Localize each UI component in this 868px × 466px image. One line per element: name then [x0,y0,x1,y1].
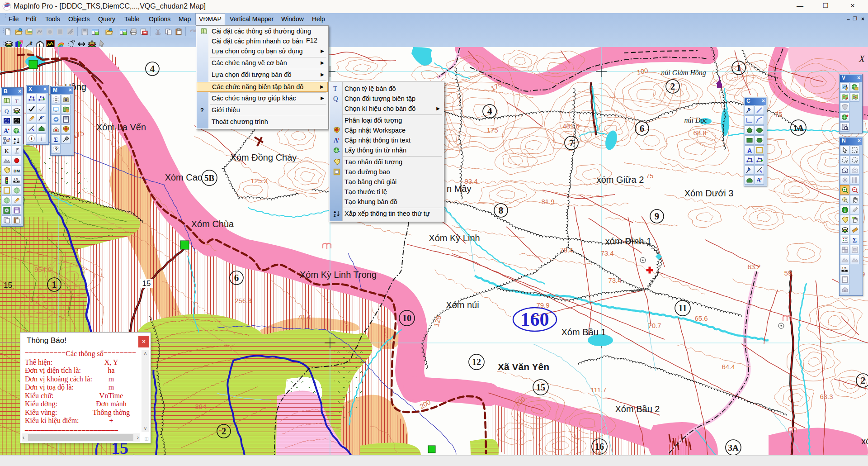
svg-text:7: 7 [569,138,574,148]
svg-text:n Mây: n Mây [447,184,471,194]
svg-text:125.3: 125.3 [250,177,268,185]
svg-text:15: 15 [536,382,545,392]
svg-text:15: 15 [142,279,151,288]
svg-text:394: 394 [195,403,206,410]
svg-text:75: 75 [775,110,783,118]
svg-text:xóm Đ: xóm Đ [861,436,868,446]
svg-text:68.8: 68.8 [693,129,706,137]
svg-text:Z: Z [334,214,336,217]
svg-text:12: 12 [472,357,481,367]
svg-text:70.7: 70.7 [648,322,661,329]
svg-text:Xóm Kỳ Linh Trong: Xóm Kỳ Linh Trong [300,270,377,280]
svg-text:5B: 5B [204,173,215,183]
svg-text:núi Dọc: núi Dọc [684,116,707,124]
svg-text:Xóm La Vến: Xóm La Vến [96,122,146,132]
svg-text:1: 1 [736,62,741,73]
svg-text:Σ: Σ [853,237,857,243]
svg-text:63.2: 63.2 [747,263,760,271]
svg-text:DM: DM [14,169,20,173]
svg-text:160: 160 [521,309,549,330]
svg-text:93.4: 93.4 [464,177,477,185]
svg-text:73.4: 73.4 [608,276,621,284]
svg-text:2: 2 [861,375,866,386]
svg-text:Xóm Kỳ Linh: Xóm Kỳ Linh [429,233,480,243]
svg-text:111.7: 111.7 [590,386,606,394]
svg-text:954.0: 954.0 [34,266,52,273]
svg-text:11: 11 [679,303,687,313]
svg-text:1: 1 [52,279,57,290]
svg-text:núi Giàm Hồng: núi Giàm Hồng [661,69,706,77]
svg-text:X: X [859,53,865,64]
svg-text:i: i [31,136,32,141]
svg-text:6: 6 [640,123,645,134]
svg-text:Xã Văn Yên: Xã Văn Yên [498,361,549,372]
svg-text:4: 4 [150,63,155,74]
svg-text:Xóm Bầu 1: Xóm Bầu 1 [561,327,606,337]
svg-text:8: 8 [499,205,504,216]
svg-text:2: 2 [670,81,675,92]
svg-text:79.9: 79.9 [536,301,549,309]
svg-text:Xóm Bầu 2: Xóm Bầu 2 [615,404,660,414]
svg-text:i: i [41,136,42,142]
svg-text:2: 2 [222,426,226,437]
svg-text:75: 75 [646,172,654,180]
svg-text:65.6: 65.6 [694,314,708,322]
svg-text:A: A [334,137,339,144]
svg-text:Σ: Σ [54,136,58,143]
svg-text:6: 6 [234,272,239,283]
svg-text:i: i [844,207,845,213]
svg-text:78.4: 78.4 [297,313,310,321]
svg-text:63.3: 63.3 [820,393,833,400]
svg-text:1 5: 1 5 [842,266,846,270]
svg-text:?: ? [844,198,846,202]
svg-text:Xóm Dưới 3: Xóm Dưới 3 [684,188,734,198]
svg-text:15: 15 [4,281,12,290]
svg-text:A: A [756,177,761,184]
svg-text:1 5: 1 5 [14,177,18,181]
svg-text:175: 175 [486,126,498,134]
svg-text:64.4: 64.4 [722,363,735,371]
svg-text:78.4: 78.4 [560,246,573,254]
svg-text:481.6: 481.6 [562,122,580,130]
svg-text:Xóm Chùa: Xóm Chùa [191,219,234,229]
svg-text:Z: Z [14,141,16,144]
svg-text:9: 9 [655,211,660,222]
svg-text:T: T [15,98,19,105]
svg-text:xóm Giữa 2: xóm Giữa 2 [597,175,644,185]
svg-text:?: ? [55,147,58,152]
svg-text:A: A [4,128,9,134]
svg-text:59.: 59. [784,269,794,277]
svg-text:73.4: 73.4 [600,249,613,257]
svg-text:i: i [30,40,32,46]
svg-text:xóm Đình 1: xóm Đình 1 [605,236,651,246]
svg-text:256.3: 256.3 [235,297,252,304]
svg-text:1A: 1A [793,123,804,133]
svg-text:Xóm Cao: Xóm Cao [165,172,203,182]
svg-text:Xóm Đồng Cháy: Xóm Đồng Cháy [231,152,297,162]
svg-text:K: K [5,147,9,154]
svg-text:4: 4 [487,106,492,117]
svg-text:3A: 3A [728,443,739,452]
svg-text:81.9: 81.9 [541,198,554,205]
svg-text:Xóm núi: Xóm núi [446,300,479,310]
svg-text:A: A [747,147,752,154]
svg-text:Q: Q [5,108,9,114]
svg-text:10: 10 [402,313,411,323]
